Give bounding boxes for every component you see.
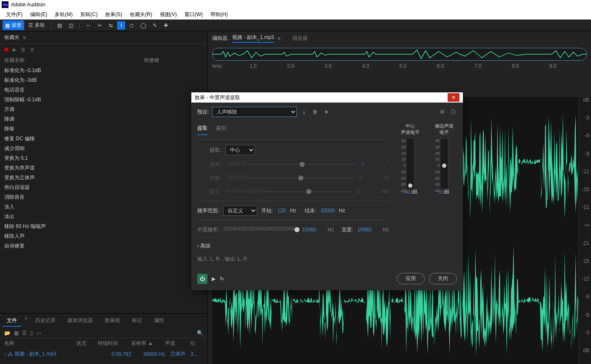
properties-icon[interactable]: ≣ — [30, 47, 34, 53]
files-col-header[interactable]: 位 — [190, 340, 203, 347]
tool-slip-icon[interactable]: ⇆ — [106, 21, 115, 30]
record-icon[interactable] — [4, 47, 8, 52]
files-tab[interactable]: 文件 — [3, 315, 21, 327]
new-file-icon[interactable]: ▦ — [14, 330, 19, 336]
files-tab[interactable]: 效果组 — [101, 315, 124, 327]
favorite-item[interactable]: 变换为单声道 — [0, 163, 207, 173]
start-label: 开始: — [261, 207, 273, 214]
side-level-meter: 侧边声道 电平 403020100-10-20-30-40 0 dB — [431, 123, 457, 253]
width-value[interactable]: 19880 — [357, 227, 378, 233]
center-freq-value[interactable]: 10060 — [302, 227, 323, 233]
delete-icon[interactable]: 🗑 — [21, 47, 26, 53]
favorite-item[interactable]: 自动修复 — [0, 241, 207, 251]
info-icon[interactable]: ⓘ — [449, 108, 457, 116]
menu-item[interactable]: 多轨(M) — [51, 10, 76, 19]
tab-extract[interactable]: 提取 — [197, 125, 207, 135]
tool-razor-icon[interactable]: ✂ — [95, 21, 104, 30]
menu-item[interactable]: 收藏夹(R) — [126, 10, 156, 19]
menu-item[interactable]: 帮助(H) — [207, 10, 231, 19]
favorite-item[interactable]: 降调 — [0, 114, 207, 124]
close-button[interactable]: ✕ — [448, 93, 459, 102]
favorite-item[interactable]: 升调 — [0, 105, 207, 114]
end-value[interactable]: 20000 — [321, 208, 335, 214]
io-info: 输入: L, R，输出: L, R — [197, 253, 457, 265]
files-col-header[interactable]: 名称 — [4, 340, 76, 347]
settings-icon[interactable]: ⚙ — [438, 109, 446, 115]
center-freq-label: 中置频率: — [197, 226, 219, 233]
start-value[interactable]: 120 — [277, 208, 286, 214]
favorite-item[interactable]: 淡出 — [0, 212, 207, 222]
freq-preset-select[interactable]: 自定义 — [223, 206, 257, 216]
time-ruler[interactable]: hms1.02.03.04.05.06.07.08.09.0 — [212, 63, 587, 71]
multitrack-mode-button[interactable]: ☰ 多轨 — [26, 20, 48, 30]
center-freq-slider[interactable]: 2020040020004000600020000 — [223, 225, 298, 234]
side-level-slider[interactable]: 403020100-10-20-30-40 — [440, 138, 448, 189]
center-level-slider[interactable]: 403020100-10-20-30-40 — [406, 138, 415, 189]
files-tab[interactable]: 历史记录 — [31, 315, 60, 327]
favorite-item[interactable]: 消除齿音 — [0, 192, 207, 202]
panel-menu-icon[interactable]: ≡ — [277, 36, 280, 42]
tab-discriminate[interactable]: 鉴别 — [216, 125, 226, 135]
menu-item[interactable]: 文件(F) — [3, 10, 26, 19]
new-multitrack-icon[interactable]: ☰ — [22, 330, 27, 336]
tool-spectral-icon[interactable]: ▤ — [55, 21, 64, 30]
waveform-overview[interactable] — [212, 48, 587, 61]
advanced-toggle[interactable]: › 高级 — [197, 239, 389, 253]
tool-heal-icon[interactable]: ✚ — [161, 21, 171, 30]
favorite-item[interactable]: 降噪 — [0, 124, 207, 134]
dialog-tabs: 提取 鉴别 — [197, 123, 389, 140]
delete-preset-icon[interactable]: 🗑 — [311, 109, 319, 115]
power-button[interactable]: ⏻ — [197, 274, 207, 284]
mixer-tab[interactable]: 混音器 — [292, 35, 308, 42]
files-tab[interactable]: 媒体浏览器 — [63, 315, 97, 327]
search-field[interactable]: 🔍 — [197, 330, 203, 336]
extract-select[interactable]: 中心 — [225, 145, 255, 155]
tool-time-select-icon[interactable]: I — [117, 21, 125, 30]
favorite-item[interactable]: 修复 DC 偏移 — [0, 134, 207, 144]
waveform-mode-button[interactable]: ▦ 波形 — [3, 20, 24, 30]
favorite-item[interactable]: 移除 60 Hz 嗡嗡声 — [0, 222, 207, 231]
loop-icon[interactable]: ↻ — [220, 276, 224, 282]
menu-item[interactable]: 视图(V) — [157, 10, 180, 19]
extract-label: 提取: — [197, 147, 221, 154]
favorite-item[interactable]: 减少混响 — [0, 144, 207, 153]
files-tab[interactable]: 属性 — [150, 315, 168, 327]
files-col-header[interactable]: 状态 — [76, 340, 98, 347]
open-icon[interactable]: 📂 — [4, 330, 11, 336]
play-icon[interactable]: ▶ — [13, 47, 17, 53]
favorite-item[interactable]: 淡入 — [0, 202, 207, 212]
tool-brush-icon[interactable]: ✎ — [150, 21, 160, 30]
tool-pitch-icon[interactable]: ◫ — [66, 21, 76, 30]
file-name: 视频 - 副本_1.mp3 — [14, 350, 56, 358]
tool-lasso-icon[interactable]: ◯ — [138, 21, 148, 30]
import-icon[interactable]: ⭳ — [300, 109, 308, 115]
favorite-item[interactable]: 电话语音 — [0, 85, 207, 95]
preset-select[interactable]: 人声移除 — [212, 107, 297, 117]
menu-item[interactable]: 效果(S) — [102, 10, 126, 19]
menu-item[interactable]: 剪辑(C) — [77, 10, 101, 19]
files-col-header[interactable]: 声道 — [165, 340, 190, 347]
menu-item[interactable]: 编辑(E) — [27, 10, 50, 19]
tool-marquee-icon[interactable]: ◻ — [127, 21, 136, 30]
files-tab[interactable]: 标记 — [128, 315, 146, 327]
files-col-header[interactable]: 采样率 ▲ — [131, 340, 165, 347]
files-col-header[interactable]: 持续时间 — [98, 340, 132, 347]
file-row[interactable]: › ⁂ 视频 - 副本_1.mp3 0:09.792 48000 Hz 立体声 … — [0, 349, 207, 359]
preview-play-icon[interactable]: ▶ — [212, 276, 216, 282]
close-file-icon[interactable]: ▭ — [36, 330, 41, 336]
favorite-item[interactable]: 变换为 5.1 — [0, 153, 207, 163]
favorite-item[interactable]: 标准化为 -3dB — [0, 75, 207, 85]
close-dialog-button[interactable]: 关闭 — [429, 273, 457, 284]
panel-menu-icon[interactable]: ≡ — [25, 315, 28, 327]
favorite-item[interactable]: 旁白压缩器 — [0, 183, 207, 192]
favorite-item[interactable]: 移除人声 — [0, 231, 207, 241]
panel-menu-icon[interactable]: ≡ — [23, 35, 26, 41]
menu-item[interactable]: 窗口(W) — [181, 10, 206, 19]
tool-move-icon[interactable]: ↔ — [83, 21, 93, 30]
favorite-item[interactable]: 强制限幅 -0.1dB — [0, 95, 207, 105]
favorite-icon[interactable]: ★ — [322, 109, 330, 115]
favorite-item[interactable]: 变换为立体声 — [0, 173, 207, 183]
save-icon[interactable]: ▯ — [30, 330, 33, 336]
apply-button[interactable]: 应用 — [397, 273, 425, 284]
favorite-item[interactable]: 标准化为 -0.1dB — [0, 66, 207, 75]
